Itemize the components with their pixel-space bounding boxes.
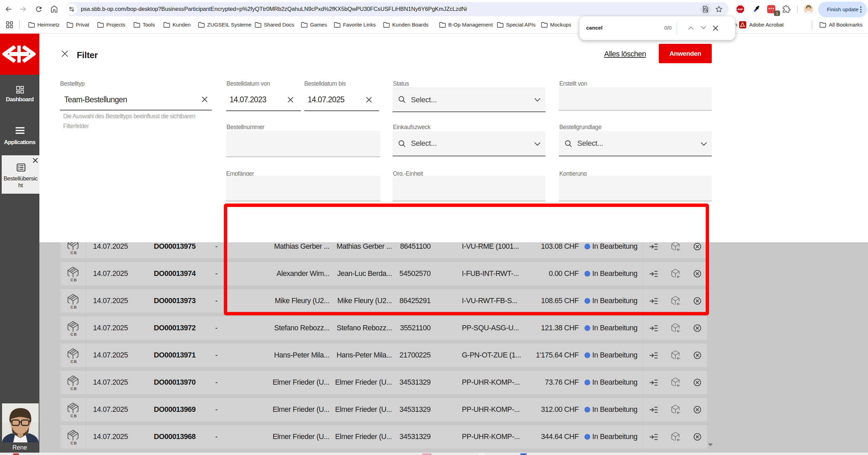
svg-text:C: C (71, 278, 73, 282)
svg-text:B: B (74, 305, 77, 309)
svg-text:ABP: ABP (738, 8, 744, 11)
svg-text:B: B (74, 441, 77, 445)
svg-text:B: B (74, 332, 77, 336)
svg-text:C: C (71, 441, 73, 445)
svg-text:C: C (71, 414, 73, 418)
svg-text:C: C (71, 332, 73, 336)
svg-text:C: C (71, 387, 73, 391)
svg-text:B: B (74, 278, 77, 282)
svg-text:B: B (74, 387, 77, 391)
svg-text:C: C (71, 305, 73, 309)
svg-text:C: C (71, 360, 73, 364)
svg-text:B: B (74, 414, 77, 418)
svg-text:C: C (71, 251, 73, 255)
svg-text:B: B (74, 360, 77, 364)
svg-text:B: B (74, 251, 77, 255)
